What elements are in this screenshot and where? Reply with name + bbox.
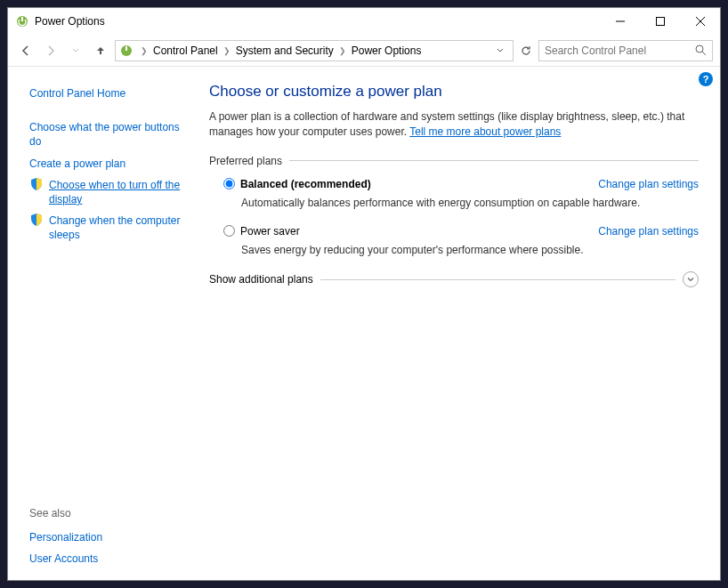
power-options-icon xyxy=(119,44,133,58)
search-input[interactable] xyxy=(545,44,695,57)
breadcrumb-item[interactable]: Power Options xyxy=(350,44,424,57)
svg-rect-3 xyxy=(656,18,664,26)
plan-description: Automatically balances performance with … xyxy=(241,196,699,211)
chevron-right-icon: ❯ xyxy=(336,46,350,55)
preferred-plans-label: Preferred plans xyxy=(209,155,699,167)
content-area: ? Control Panel Home Choose what the pow… xyxy=(8,67,720,580)
divider xyxy=(320,279,675,280)
divider xyxy=(289,160,699,161)
plan-name: Balanced (recommended) xyxy=(240,178,371,190)
sidebar-link-active[interactable]: Choose when to turn off the display xyxy=(49,174,188,210)
close-button[interactable] xyxy=(680,9,720,35)
chevron-right-icon: ❯ xyxy=(220,46,234,55)
plan-name: Power saver xyxy=(240,225,300,238)
svg-point-8 xyxy=(696,45,703,52)
search-icon[interactable] xyxy=(695,44,707,56)
sidebar-link[interactable]: Create a power plan xyxy=(29,153,188,174)
svg-line-9 xyxy=(702,52,706,55)
breadcrumb[interactable]: ❯ Control Panel ❯ System and Security ❯ … xyxy=(115,40,514,61)
breadcrumb-dropdown[interactable] xyxy=(491,41,509,60)
change-plan-settings-link[interactable]: Change plan settings xyxy=(598,225,699,238)
plan-radio[interactable] xyxy=(223,178,235,189)
plan-radio-label[interactable]: Power saver xyxy=(223,225,300,238)
sidebar-link[interactable]: Choose what the power buttons do xyxy=(29,117,188,152)
svg-rect-7 xyxy=(125,46,127,51)
control-panel-home-link[interactable]: Control Panel Home xyxy=(29,83,188,104)
expand-button[interactable] xyxy=(683,271,699,287)
recent-dropdown[interactable] xyxy=(65,40,86,61)
svg-rect-1 xyxy=(21,17,23,21)
navbar: ❯ Control Panel ❯ System and Security ❯ … xyxy=(8,35,720,67)
show-additional-plans-row: Show additional plans xyxy=(209,271,699,287)
back-button[interactable] xyxy=(15,40,36,61)
refresh-button[interactable] xyxy=(517,41,535,60)
plan-radio[interactable] xyxy=(223,225,235,237)
sidebar: Control Panel Home Choose what the power… xyxy=(8,67,198,580)
forward-button[interactable] xyxy=(40,40,61,61)
shield-icon xyxy=(29,213,44,227)
shield-icon xyxy=(29,177,44,191)
maximize-button[interactable] xyxy=(640,9,680,35)
sidebar-link[interactable]: Change when the computer sleeps xyxy=(49,210,188,246)
tell-me-more-link[interactable]: Tell me more about power plans xyxy=(409,125,561,138)
page-heading: Choose or customize a power plan xyxy=(209,83,699,101)
plan-description: Saves energy by reducing your computer's… xyxy=(241,243,699,258)
page-description: A power plan is a collection of hardware… xyxy=(209,109,699,141)
titlebar[interactable]: Power Options xyxy=(8,8,720,35)
minimize-button[interactable] xyxy=(600,9,640,35)
power-plan-balanced: Balanced (recommended) Change plan setti… xyxy=(223,178,699,211)
power-plan-power-saver: Power saver Change plan settings Saves e… xyxy=(223,225,699,258)
breadcrumb-item[interactable]: Control Panel xyxy=(151,44,220,57)
window: Power Options ❯ Control Panel ❯ System a… xyxy=(7,7,721,581)
related-link[interactable]: User Accounts xyxy=(29,548,188,569)
power-options-icon xyxy=(15,14,29,28)
window-title: Power Options xyxy=(35,15,600,28)
related-link[interactable]: Personalization xyxy=(29,527,188,548)
see-also-label: See also xyxy=(29,503,188,527)
main-panel: Choose or customize a power plan A power… xyxy=(198,67,720,580)
change-plan-settings-link[interactable]: Change plan settings xyxy=(598,178,699,190)
search-box[interactable] xyxy=(538,40,713,61)
breadcrumb-item[interactable]: System and Security xyxy=(234,44,336,57)
chevron-right-icon: ❯ xyxy=(137,46,151,55)
plan-radio-label[interactable]: Balanced (recommended) xyxy=(223,178,371,190)
show-additional-plans-label: Show additional plans xyxy=(209,273,313,286)
up-button[interactable] xyxy=(90,40,111,61)
help-icon[interactable]: ? xyxy=(699,72,713,86)
